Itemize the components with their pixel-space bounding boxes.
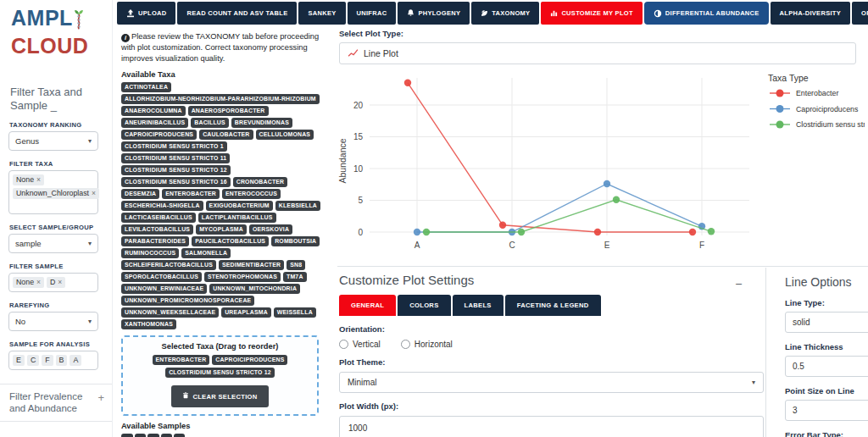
filter-taxa-chip-unknown-chloroplast[interactable]: Unknown_Chloroplast× <box>13 188 99 199</box>
taxa-chip-lactiplantibacillus[interactable]: LACTIPLANTIBACILLUS <box>198 213 276 223</box>
tab-alpha-diversity[interactable]: ALPHA-DIVERSITY <box>771 2 850 25</box>
plot-width-input[interactable]: 1000 <box>339 416 764 437</box>
taxa-chip-desemzia[interactable]: DESEMZIA <box>121 189 159 199</box>
tab-differential-abundance[interactable]: DIFFERENTIAL ABUNDANCE <box>644 2 769 25</box>
tab-upload[interactable]: UPLOAD <box>117 2 175 25</box>
tab-taxonomy[interactable]: TAXONOMY <box>471 2 539 25</box>
taxa-chip-escherichia-shigella[interactable]: ESCHERICHIA-SHIGELLA <box>121 201 203 211</box>
taxa-chip-oerskovia[interactable]: OERSKOVIA <box>249 224 292 235</box>
tab-unifrac[interactable]: UNIFRAC <box>348 2 397 25</box>
plot-type-select[interactable]: Line Plot <box>339 42 856 64</box>
taxa-chip-clostridium-sensu-stricto-1[interactable]: CLOSTRIDIUM SENSU STRICTO 1 <box>121 141 227 152</box>
taxa-chip-enterococcus[interactable]: ENTEROCOCCUS <box>222 189 281 199</box>
filter-sample-multiselect[interactable]: None×D× <box>8 273 98 292</box>
settings-tab-colors[interactable]: COLORS <box>398 295 450 316</box>
remove-chip-icon[interactable]: × <box>92 189 96 197</box>
taxa-chip-salmonella[interactable]: SALMONELLA <box>181 248 231 258</box>
taxa-chip-parabacteroides[interactable]: PARABACTEROIDES <box>121 236 189 246</box>
prevalence-abundance-accordion[interactable]: Filter Prevalence and Abundance + <box>0 384 112 422</box>
taxa-chip-ruminococcus[interactable]: RUMINOCOCCUS <box>121 248 179 258</box>
sample-chip-f[interactable]: F <box>174 434 185 437</box>
selected-taxa-dropzone[interactable]: Selected Taxa (Drag to reorder) ENTEROBA… <box>121 335 319 416</box>
analysis-sample-chip-b[interactable]: B <box>56 355 68 366</box>
selected-taxa-chip-caproiciproducens[interactable]: CAPROICIPRODUCENS <box>212 355 287 365</box>
taxa-chip-ureaplasma[interactable]: UREAPLASMA <box>221 307 271 318</box>
taxa-chip-clostridium-sensu-stricto-12[interactable]: CLOSTRIDIUM SENSU STRICTO 12 <box>121 165 231 175</box>
settings-tab-labels[interactable]: LABELS <box>453 295 504 316</box>
taxa-chip-unknown-erwiniaceae[interactable]: UNKNOWN_ERWINIACEAE <box>121 284 207 294</box>
taxa-chip-cellulomonas[interactable]: CELLULOMONAS <box>256 130 314 140</box>
taxa-chip-allorhizobium-neorhizobium-pararhizobium-rhizobium[interactable]: ALLORHIZOBIUM-NEORHIZOBIUM-PARARHIZOBIUM… <box>121 94 320 104</box>
taxa-chip-weissella[interactable]: WEISSELLA <box>274 307 316 318</box>
taxa-chip-sporolactobacillus[interactable]: SPOROLACTOBACILLUS <box>121 272 202 282</box>
taxa-chip-mycoplasma[interactable]: MYCOPLASMA <box>196 224 247 235</box>
x-tick-label: A <box>415 241 420 250</box>
settings-tab-faceting-legend[interactable]: FACETING & LEGEND <box>505 295 601 316</box>
filter-sample-chip-none[interactable]: None× <box>13 277 44 288</box>
minimize-icon[interactable]: _ <box>736 273 742 285</box>
filter-taxa-chip-none[interactable]: None× <box>13 174 44 185</box>
taxa-chip-caulobacter[interactable]: CAULOBACTER <box>199 130 253 140</box>
taxonomy-ranking-select[interactable]: Genus ▾ <box>8 131 98 151</box>
tab-sankey[interactable]: SANKEY <box>298 2 345 25</box>
rarefying-select[interactable]: No ▾ <box>8 312 98 331</box>
taxa-chip-romboutsia[interactable]: ROMBOUTSIA <box>271 236 320 246</box>
line-thickness-input[interactable]: 0.5 <box>785 356 868 377</box>
tab-phylogeny[interactable]: PHYLOGENY <box>398 2 470 25</box>
taxa-chip-unknown-promicromonosporaceae[interactable]: UNKNOWN_PROMICROMONOSPORACEAE <box>121 296 254 306</box>
taxa-chip-schleiferilactobacillus[interactable]: SCHLEIFERILACTOBACILLUS <box>121 260 216 270</box>
taxa-chip-tm7a[interactable]: TM7A <box>283 272 307 282</box>
chip-label: CLOSTRIDIUM SENSU STRICTO 16 <box>125 179 227 185</box>
analysis-sample-chip-e[interactable]: E <box>13 355 25 366</box>
remove-chip-icon[interactable]: × <box>36 278 41 286</box>
filter-taxa-multiselect[interactable]: None×Unknown_Chloroplast× <box>8 170 98 214</box>
orientation-radio-vertical[interactable]: Vertical <box>339 340 381 349</box>
select-sample-group-select[interactable]: sample ▾ <box>8 234 98 253</box>
filter-sample-chip-d[interactable]: D× <box>47 277 65 288</box>
remove-chip-icon[interactable]: × <box>36 175 41 184</box>
taxa-chip-anaerosporobacter[interactable]: ANAEROSPOROBACTER <box>188 106 269 116</box>
taxa-chip-aneurinibacillus[interactable]: ANEURINIBACILLUS <box>121 118 188 128</box>
taxa-chip-lacticaseibacillus[interactable]: LACTICASEIBACILLUS <box>121 213 196 223</box>
analysis-sample-chip-f[interactable]: F <box>42 355 53 366</box>
sample-chip-a[interactable]: A <box>121 434 133 437</box>
taxa-chip-unknown-mitochondria[interactable]: UNKNOWN_MITOCHONDRIA <box>209 284 300 294</box>
settings-tab-general[interactable]: GENERAL <box>339 295 396 316</box>
taxa-chip-paucilactobacillus[interactable]: PAUCILACTOBACILLUS <box>192 236 269 246</box>
tab-ordination[interactable]: ORDINATION <box>852 2 868 25</box>
analysis-sample-chip-c[interactable]: C <box>27 355 39 366</box>
taxa-chip-sn8[interactable]: SN8 <box>287 260 305 270</box>
taxa-chip-brevundimonas[interactable]: BREVUNDIMONAS <box>231 118 292 128</box>
analysis-sample-chip-a[interactable]: A <box>70 355 81 366</box>
sample-chip-b[interactable]: B <box>135 434 147 437</box>
taxa-chip-clostridium-sensu-stricto-16[interactable]: CLOSTRIDIUM SENSU STRICTO 16 <box>121 177 231 187</box>
taxa-chip-anaerocolumna[interactable]: ANAEROCOLUMNA <box>121 106 186 116</box>
taxa-chip-cronobacter[interactable]: CRONOBACTER <box>233 177 288 187</box>
taxa-chip-actinotalea[interactable]: ACTINOTALEA <box>121 82 171 92</box>
taxa-chip-stenotrophomonas[interactable]: STENOTROPHOMONAS <box>204 272 281 282</box>
line-type-select[interactable]: solid <box>785 312 868 333</box>
taxa-chip-caproiciproducens[interactable]: CAPROICIPRODUCENS <box>121 130 197 140</box>
taxa-chip-bacillus[interactable]: BACILLUS <box>191 118 228 128</box>
taxa-chip-xanthomonas[interactable]: XANTHOMONAS <box>121 319 176 329</box>
orientation-radio-horizontal[interactable]: Horizontal <box>401 340 453 349</box>
sample-chip-e[interactable]: E <box>161 434 172 437</box>
point-size-input[interactable]: 3 <box>785 400 868 421</box>
taxa-chip-sedimentibacter[interactable]: SEDIMENTIBACTER <box>219 260 284 270</box>
remove-chip-icon[interactable]: × <box>58 278 62 286</box>
selected-taxa-chip-clostridium-sensu-stricto-12[interactable]: CLOSTRIDIUM SENSU STRICTO 12 <box>165 368 275 378</box>
taxa-chip-clostridium-sensu-stricto-11[interactable]: CLOSTRIDIUM SENSU STRICTO 11 <box>121 153 230 163</box>
taxa-chip-enterobacter[interactable]: ENTEROBACTER <box>162 189 220 199</box>
sample-chip-c[interactable]: C <box>147 434 159 437</box>
selected-taxa-chip-enterobacter[interactable]: ENTEROBACTER <box>153 355 210 365</box>
taxa-chip-klebsiella[interactable]: KLEBSIELLA <box>275 201 320 211</box>
chip-label: XANTHOMONAS <box>125 321 173 327</box>
clear-taxa-selection-button[interactable]: CLEAR SELECTION <box>171 385 268 407</box>
taxa-chip-levilactobacillus[interactable]: LEVILACTOBACILLUS <box>121 224 193 235</box>
taxa-chip-unknown-weeksellaceae[interactable]: UNKNOWN_WEEKSELLACEAE <box>121 307 219 318</box>
tab-customize-my-plot[interactable]: CUSTOMIZE MY PLOT <box>541 2 642 25</box>
plot-theme-select[interactable]: Minimal ▾ <box>339 372 764 393</box>
tab-read-count-and-asv-table[interactable]: READ COUNT AND ASV TABLE <box>177 2 297 25</box>
sample-for-analysis-multiselect[interactable]: ECFBA <box>8 351 98 370</box>
taxa-chip-exiguobacterium[interactable]: EXIGUOBACTERIUM <box>206 201 273 211</box>
